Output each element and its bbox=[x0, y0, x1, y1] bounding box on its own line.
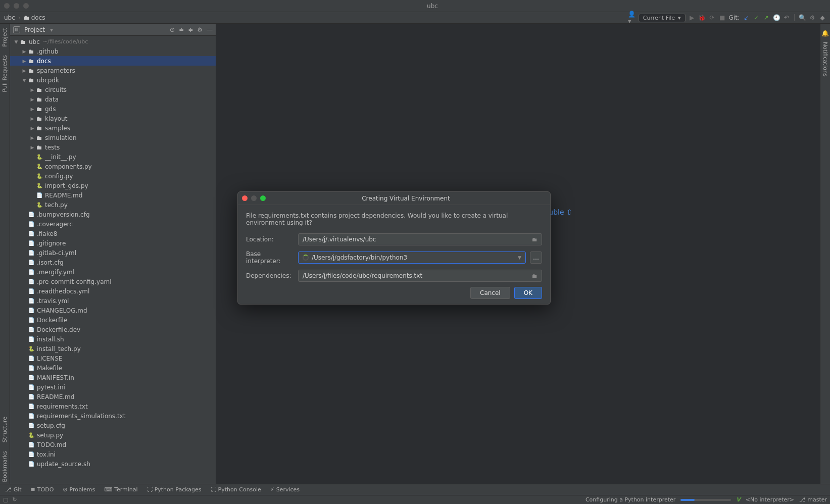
browse-folder-icon[interactable]: 🖿 bbox=[532, 273, 538, 279]
dependencies-input[interactable]: /Users/j/files/code/ubc/requirements.txt… bbox=[298, 270, 542, 282]
interpreter-select[interactable]: /Users/j/gdsfactory/bin/python3 ▼ bbox=[298, 251, 526, 264]
interpreter-browse-button[interactable]: … bbox=[530, 251, 542, 264]
ok-button[interactable]: OK bbox=[514, 287, 542, 299]
dialog-close-icon[interactable] bbox=[242, 195, 248, 201]
create-venv-dialog: Creating Virtual Environment File requir… bbox=[237, 191, 551, 305]
interpreter-label: Base interpreter: bbox=[246, 250, 294, 265]
location-input[interactable]: /Users/j/.virtualenvs/ubc 🖿 bbox=[298, 233, 542, 245]
dialog-message: File requirements.txt contains project d… bbox=[246, 212, 542, 226]
dialog-title: Creating Virtual Environment bbox=[266, 195, 546, 202]
dialog-minimize-icon bbox=[251, 195, 257, 201]
interpreter-value: /Users/j/gdsfactory/bin/python3 bbox=[312, 254, 407, 261]
cancel-button[interactable]: Cancel bbox=[470, 287, 510, 299]
loading-spinner-icon bbox=[303, 255, 309, 261]
browse-folder-icon[interactable]: 🖿 bbox=[532, 236, 538, 243]
dialog-zoom-icon[interactable] bbox=[260, 195, 266, 201]
modal-overlay: Creating Virtual Environment File requir… bbox=[0, 0, 830, 504]
dependencies-label: Dependencies: bbox=[246, 272, 294, 279]
location-label: Location: bbox=[246, 236, 294, 243]
chevron-down-icon[interactable]: ▼ bbox=[518, 255, 521, 260]
dependencies-value: /Users/j/files/code/ubc/requirements.txt bbox=[303, 272, 422, 279]
location-value: /Users/j/.virtualenvs/ubc bbox=[303, 236, 376, 243]
dialog-titlebar[interactable]: Creating Virtual Environment bbox=[238, 192, 550, 205]
